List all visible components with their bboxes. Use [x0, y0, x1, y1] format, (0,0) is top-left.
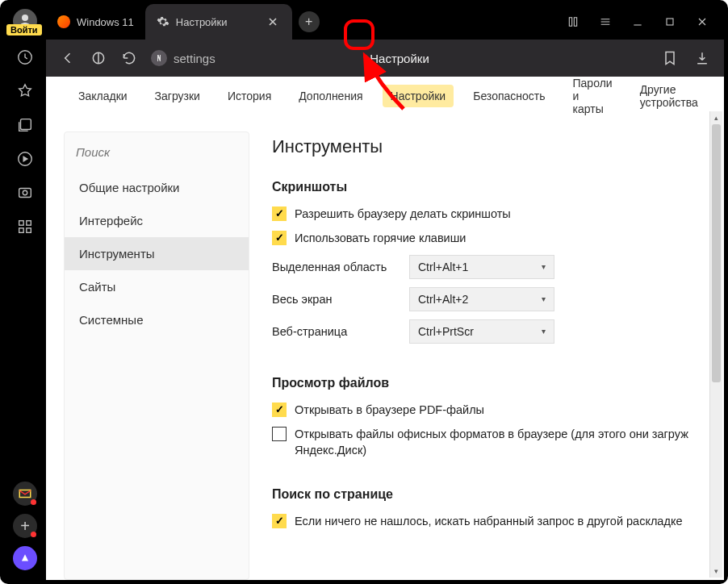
settings-body: Инструменты Скриншоты Разрешить браузеру…	[267, 131, 724, 580]
chevron-down-icon: ▾	[542, 327, 546, 336]
maximize-button[interactable]	[663, 15, 677, 29]
svg-rect-4	[19, 189, 31, 198]
vertical-scrollbar[interactable]: ▴ ▾	[709, 111, 722, 578]
menu-icon[interactable]	[598, 15, 613, 29]
address-field[interactable]: settings Настройки	[151, 50, 648, 66]
scroll-thumb[interactable]	[712, 124, 721, 382]
reload-button[interactable]	[120, 49, 138, 67]
subtab-bookmarks[interactable]: Закладки	[70, 85, 136, 107]
subtab-devices[interactable]: Другие устройства	[632, 78, 706, 114]
label-allow-screenshots: Разрешить браузеру делать скриншоты	[295, 206, 511, 222]
subtab-passwords[interactable]: Пароли и карты	[565, 72, 621, 120]
bookmark-icon[interactable]	[661, 49, 679, 67]
checkbox-use-hotkeys[interactable]	[272, 231, 287, 245]
scroll-up-arrow[interactable]: ▴	[710, 111, 722, 124]
browser-sidebar: Войти +	[4, 4, 46, 580]
svg-rect-8	[19, 228, 24, 233]
titlebar: Windows 11 Настройки +	[46, 4, 724, 40]
subtab-history[interactable]: История	[220, 85, 279, 107]
site-icon	[151, 50, 167, 66]
section-pagesearch-title: Поиск по странице	[272, 487, 724, 502]
page-title: Настройки	[151, 52, 648, 65]
download-icon[interactable]	[693, 49, 711, 67]
collections-icon[interactable]	[15, 115, 35, 135]
nav-item-interface[interactable]: Интерфейс	[65, 204, 249, 237]
hotkey-label-webpage: Веб-страница	[272, 325, 409, 338]
scroll-down-arrow[interactable]: ▾	[710, 565, 722, 578]
nav-item-system[interactable]: Системные	[65, 303, 249, 336]
search-input[interactable]	[76, 145, 237, 159]
apps-icon[interactable]	[15, 217, 35, 236]
nav-item-tools[interactable]: Инструменты	[65, 237, 249, 270]
chevron-down-icon: ▾	[542, 262, 546, 271]
tab-label: Настройки	[176, 16, 228, 28]
nav-item-sites[interactable]: Сайты	[65, 270, 249, 303]
hotkey-select-selection[interactable]: Ctrl+Alt+1▾	[409, 255, 554, 279]
section-screenshots-title: Скриншоты	[272, 180, 724, 194]
settings-content: Общие настройки Интерфейс Инструменты Са…	[46, 115, 724, 580]
hotkey-label-selection: Выделенная область	[272, 261, 409, 273]
svg-point-0	[22, 15, 28, 21]
new-tab-button[interactable]: +	[299, 11, 320, 32]
svg-rect-10	[667, 19, 673, 25]
nav-item-general[interactable]: Общие настройки	[65, 171, 249, 204]
chevron-down-icon: ▾	[542, 294, 546, 303]
hotkey-label-fullscreen: Весь экран	[272, 293, 409, 306]
yandex-favicon	[57, 15, 70, 28]
hotkey-select-webpage[interactable]: Ctrl+PrtScr▾	[409, 319, 554, 344]
settings-nav: Общие настройки Интерфейс Инструменты Са…	[64, 131, 249, 580]
bookmarks-icon[interactable]	[15, 81, 35, 101]
settings-heading: Инструменты	[272, 136, 724, 157]
label-search-layout: Если ничего не нашлось, искать набранный…	[295, 513, 682, 529]
add-button[interactable]: +	[13, 514, 37, 538]
section-viewer-title: Просмотр файлов	[272, 376, 724, 390]
close-window-button[interactable]	[695, 15, 709, 29]
history-icon[interactable]	[15, 48, 35, 67]
settings-subtabs: Закладки Загрузки История Дополнения Нас…	[46, 77, 724, 115]
minimize-button[interactable]	[630, 15, 645, 29]
label-open-office: Открывать файлы офисных форматов в брауз…	[295, 426, 688, 459]
svg-point-5	[23, 190, 27, 195]
back-button[interactable]	[59, 49, 77, 67]
label-use-hotkeys: Использовать горячие клавиши	[295, 230, 466, 246]
subtab-security[interactable]: Безопасность	[465, 85, 553, 107]
subtab-settings[interactable]: Настройки	[383, 85, 454, 107]
svg-rect-6	[19, 221, 24, 226]
refresh-split-icon[interactable]	[90, 49, 107, 67]
tab-settings[interactable]: Настройки	[145, 4, 292, 40]
login-badge[interactable]: Войти	[6, 24, 42, 35]
reader-icon[interactable]	[566, 15, 580, 29]
checkbox-search-layout[interactable]	[272, 514, 287, 528]
svg-rect-9	[27, 228, 31, 233]
settings-search[interactable]	[65, 132, 249, 171]
checkbox-open-pdf[interactable]	[272, 403, 287, 417]
url-text: settings	[174, 52, 215, 65]
mail-icon[interactable]	[13, 482, 37, 506]
checkbox-open-office[interactable]	[272, 427, 287, 441]
svg-rect-7	[27, 221, 31, 226]
svg-rect-2	[21, 119, 31, 130]
address-bar: settings Настройки	[46, 40, 724, 77]
subtab-addons[interactable]: Дополнения	[291, 85, 370, 107]
play-icon[interactable]	[15, 149, 35, 169]
tab-close-button[interactable]	[265, 14, 281, 30]
checkbox-allow-screenshots[interactable]	[272, 206, 287, 221]
label-open-pdf: Открывать в браузере PDF-файлы	[295, 402, 484, 418]
subtab-downloads[interactable]: Загрузки	[147, 85, 208, 107]
screenshot-icon[interactable]	[15, 183, 35, 202]
alice-icon[interactable]	[13, 546, 37, 570]
tab-label: Windows 11	[77, 16, 134, 28]
hotkey-select-fullscreen[interactable]: Ctrl+Alt+2▾	[409, 287, 554, 311]
main-column: Windows 11 Настройки +	[46, 4, 724, 580]
tab-windows11[interactable]: Windows 11	[46, 4, 145, 40]
gear-icon	[157, 15, 169, 28]
